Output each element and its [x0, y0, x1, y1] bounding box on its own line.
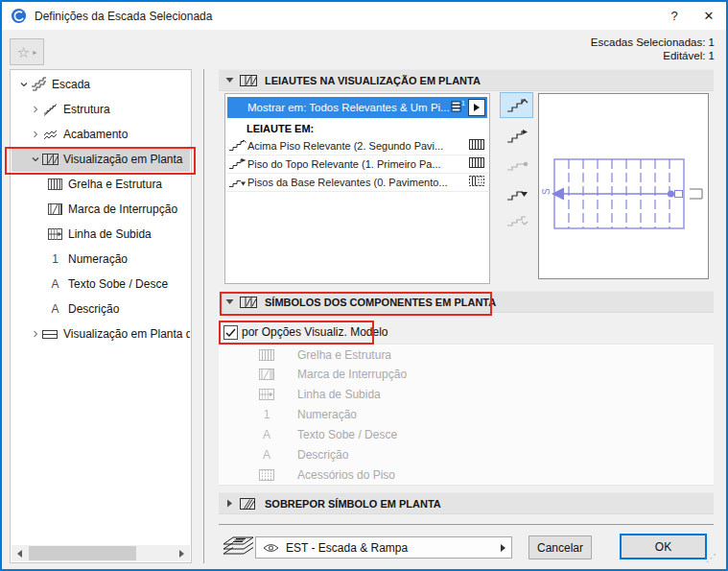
check-icon	[225, 328, 236, 338]
override-symbol-icon	[240, 497, 265, 511]
list-header: LEIAUTE EM:	[247, 123, 314, 134]
panel-splitter[interactable]	[203, 69, 204, 563]
tree-item-numeracao[interactable]: 1 Numeração	[12, 247, 190, 272]
popup-arrow-button[interactable]	[468, 99, 485, 116]
preview-mode-top-button[interactable]	[500, 123, 533, 149]
stair-above-icon	[226, 139, 247, 152]
selection-info: Escadas Selecionadas: 1 Editável: 1	[591, 36, 715, 62]
show-on-stories-option[interactable]: Mostrar em: Todos Relevantes & Um Pi... …	[227, 97, 487, 118]
stair-above-icon	[505, 98, 528, 113]
symbol-row-marca: Marca de Interrupção	[219, 364, 714, 385]
resize-grip[interactable]: ⋰	[706, 552, 716, 564]
chevron-right-icon[interactable]	[29, 130, 41, 139]
preview-mode-middle-button	[500, 152, 533, 178]
symbol-row-numeracao: 1 Numeração	[219, 404, 714, 425]
section-header-simbolos[interactable]: SÍMBOLOS DOS COMPONENTES EM PLANTA	[219, 291, 714, 313]
preview-mode-bottom-button[interactable]	[500, 180, 533, 206]
stair-below-icon	[505, 213, 528, 228]
layer-dropdown[interactable]: EST - Escada & Rampa	[255, 536, 512, 559]
reflected-plan-icon	[41, 328, 59, 340]
chevron-down-icon[interactable]	[29, 155, 41, 164]
tree-item-acabamento[interactable]: Acabamento	[12, 122, 190, 147]
grid-partial-symbol-icon	[469, 176, 484, 188]
title-bar[interactable]: Definições da Escada Selecionada ? ✕	[2, 2, 726, 30]
symbol-row-descricao: A Descrição	[219, 444, 714, 465]
model-view-options-label[interactable]: por Opções Visualiz. Modelo	[242, 325, 388, 339]
layout-row-acima[interactable]: Acima Piso Relevante (2. Segundo Pavi...	[226, 136, 488, 155]
letter-a-icon: A	[46, 302, 64, 316]
tree-item-escada[interactable]: Escada	[12, 72, 190, 97]
star-icon: ☆	[17, 45, 30, 59]
eye-icon	[263, 543, 279, 553]
break-mark-icon	[46, 203, 64, 215]
walkline-s-label: S	[541, 188, 552, 195]
layer-value: EST - Escada & Rampa	[286, 541, 501, 555]
tree-item-marca-de-interrupcao[interactable]: Marca de Interrupção	[12, 197, 190, 222]
help-button[interactable]: ?	[657, 2, 692, 30]
stair-plan-preview: S	[538, 93, 709, 279]
stair-middle-icon	[505, 157, 528, 173]
settings-tree: Escada Estrutura Acabamento Visualização…	[10, 69, 192, 563]
editable-count: Editável: 1	[591, 49, 715, 62]
stair-finish-icon	[41, 127, 59, 142]
star-dropdown-arrow-icon: ▸	[33, 48, 36, 57]
stair-plan-drawing: S	[539, 94, 708, 278]
svg-text:1: 1	[461, 100, 465, 107]
preview-mode-above-button[interactable]	[500, 92, 533, 118]
layers-icon	[221, 534, 257, 559]
symbol-row-acessorios: Acessórios do Piso	[219, 464, 714, 486]
selected-count: Escadas Selecionadas: 1	[591, 36, 715, 49]
section-header-leiautes[interactable]: LEIAUTES NA VISUALIZAÇÃO EM PLANTA	[219, 69, 714, 91]
tree-item-texto-sobe-desce[interactable]: A Texto Sobe / Desce	[12, 272, 190, 297]
break-mark-icon	[257, 369, 276, 380]
plan-view-icon	[41, 153, 59, 166]
close-button[interactable]: ✕	[692, 2, 726, 30]
scroll-right-arrow[interactable]	[174, 545, 190, 561]
layout-list: Mostrar em: Todos Relevantes & Um Pi... …	[224, 93, 490, 284]
symbol-row-linha: Linha de Subida	[219, 384, 714, 405]
tree-horizontal-scrollbar[interactable]	[12, 545, 190, 561]
symbol-row-texto: A Texto Sobe / Desce	[219, 424, 714, 445]
scrollbar-thumb[interactable]	[29, 546, 136, 560]
grid-icon	[257, 349, 276, 361]
grid-icon	[46, 178, 64, 190]
collapse-triangle-icon[interactable]	[219, 77, 240, 83]
stair-base-icon	[226, 176, 247, 188]
stair-3d-icon	[30, 77, 48, 92]
numbering-icon: 1	[257, 408, 276, 421]
section-header-sobrepor[interactable]: SOBREPOR SÍMBOLO EM PLANTA	[219, 492, 714, 514]
walking-line-icon	[257, 389, 276, 400]
tree-item-descricao[interactable]: A Descrição	[12, 297, 190, 321]
grid-symbol-icon	[469, 157, 484, 170]
plan-view-icon	[240, 296, 265, 309]
tree-item-visualizacao-em-planta-de[interactable]: Visualização em Planta de	[12, 321, 190, 346]
stair-bottom-icon	[505, 186, 528, 202]
tree-item-linha-de-subida[interactable]: Linha de Subida	[12, 222, 190, 247]
walking-line-icon	[46, 228, 64, 240]
story-stack-icon: 1	[451, 100, 465, 115]
chevron-right-icon[interactable]	[29, 329, 41, 339]
scroll-left-arrow[interactable]	[12, 545, 28, 561]
layout-row-base[interactable]: Pisos da Base Relevantes (0. Pavimento..…	[226, 173, 488, 192]
ok-button[interactable]: OK	[620, 534, 707, 559]
layout-row-topo[interactable]: Piso do Topo Relevante (1. Primeiro Pa..…	[226, 155, 488, 174]
tree-item-visualizacao-em-planta[interactable]: Visualização em Planta	[12, 147, 190, 172]
plan-view-icon	[240, 74, 265, 87]
tree-item-grelha-e-estrutura[interactable]: Grelha e Estrutura	[12, 172, 190, 197]
chevron-down-icon[interactable]	[17, 80, 30, 89]
grid-symbol-icon	[469, 139, 484, 152]
model-view-options-checkbox[interactable]	[223, 325, 238, 340]
cancel-button[interactable]: Cancelar	[528, 535, 592, 559]
section-title: LEIAUTES NA VISUALIZAÇÃO EM PLANTA	[265, 75, 481, 86]
collapse-triangle-icon[interactable]	[219, 298, 240, 305]
expand-triangle-icon[interactable]	[219, 499, 240, 508]
stair-top-icon	[226, 157, 247, 170]
dialog-title: Definições da Escada Selecionada	[35, 10, 212, 23]
chevron-right-icon[interactable]	[29, 105, 41, 114]
stair-settings-dialog: Definições da Escada Selecionada ? ✕ ☆ ▸…	[0, 0, 728, 571]
tree-item-estrutura[interactable]: Estrutura	[12, 97, 190, 122]
letter-a-icon: A	[46, 277, 64, 291]
footer-divider	[219, 524, 714, 525]
favorites-button[interactable]: ☆ ▸	[10, 38, 44, 65]
numbering-icon: 1	[46, 252, 64, 266]
